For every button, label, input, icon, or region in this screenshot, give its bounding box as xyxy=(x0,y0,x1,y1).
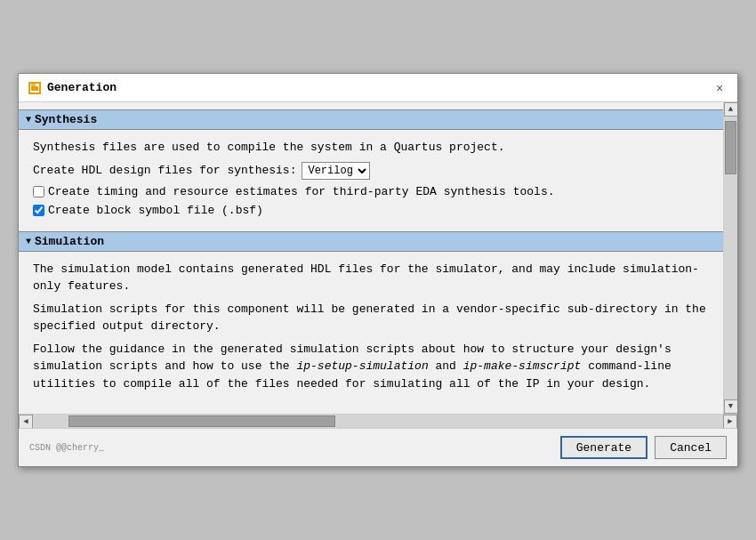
scroll-left-arrow[interactable]: ◀ xyxy=(19,415,33,429)
scroll-down-arrow[interactable]: ▼ xyxy=(724,399,738,414)
svg-rect-1 xyxy=(31,86,38,91)
cancel-button[interactable]: Cancel xyxy=(655,436,727,459)
scroll-right-arrow[interactable]: ▶ xyxy=(723,415,737,429)
svg-rect-2 xyxy=(31,84,36,86)
simulation-section-body: The simulation model contains generated … xyxy=(19,257,723,407)
hscroll-thumb[interactable] xyxy=(68,415,335,427)
dialog-title: Generation xyxy=(47,81,117,94)
title-bar: Generation × xyxy=(19,74,737,102)
hdl-select-row: Create HDL design files for synthesis: V… xyxy=(33,162,709,180)
synthesis-section-body: Synthesis files are used to compile the … xyxy=(19,135,723,231)
synthesis-section-header: ▼ Synthesis xyxy=(19,109,723,130)
hdl-select[interactable]: Verilog VHDL xyxy=(302,162,370,180)
content-area: ▼ Synthesis Synthesis files are used to … xyxy=(19,102,737,414)
scroll-thumb[interactable] xyxy=(725,121,736,174)
simulation-para1: The simulation model contains generated … xyxy=(33,261,709,295)
para3-italic2: ip-make-simscript xyxy=(463,359,582,373)
close-button[interactable]: × xyxy=(711,79,728,97)
scroll-content: ▼ Synthesis Synthesis files are used to … xyxy=(19,102,723,414)
check1-row: Create timing and resource estimates for… xyxy=(33,185,709,198)
dialog-footer: CSDN @@cherry_ Generate Cancel xyxy=(19,428,737,466)
generate-button[interactable]: Generate xyxy=(560,436,647,459)
simulation-collapse-icon[interactable]: ▼ xyxy=(26,237,31,246)
horizontal-scrollbar: ◀ ▶ xyxy=(19,414,737,428)
dialog-icon xyxy=(28,81,42,95)
hdl-label: Create HDL design files for synthesis: xyxy=(33,164,296,177)
simulation-header-label: Simulation xyxy=(35,235,104,248)
simulation-para2: Simulation scripts for this component wi… xyxy=(33,301,709,335)
check2-checkbox[interactable] xyxy=(33,205,44,216)
scroll-track[interactable] xyxy=(724,117,737,399)
simulation-section-header: ▼ Simulation xyxy=(19,231,723,252)
scroll-up-arrow[interactable]: ▲ xyxy=(724,102,738,117)
title-bar-left: Generation xyxy=(28,81,117,95)
synthesis-desc1: Synthesis files are used to compile the … xyxy=(33,139,709,157)
para3-mid: and xyxy=(429,359,463,373)
check1-checkbox[interactable] xyxy=(33,186,44,197)
synthesis-collapse-icon[interactable]: ▼ xyxy=(26,115,31,125)
check2-row: Create block symbol file (.bsf) xyxy=(33,204,709,217)
vertical-scrollbar: ▲ ▼ xyxy=(723,102,737,414)
para3-italic1: ip-setup-simulation xyxy=(296,359,428,373)
hscroll-track[interactable] xyxy=(33,415,723,428)
simulation-para3: Follow the guidance in the generated sim… xyxy=(33,341,709,393)
watermark: CSDN @@cherry_ xyxy=(29,443,104,453)
check2-label: Create block symbol file (.bsf) xyxy=(48,204,263,217)
check1-label: Create timing and resource estimates for… xyxy=(48,185,555,198)
synthesis-header-label: Synthesis xyxy=(35,113,97,126)
generation-dialog: Generation × ▼ Synthesis Synthesis files… xyxy=(18,73,738,467)
